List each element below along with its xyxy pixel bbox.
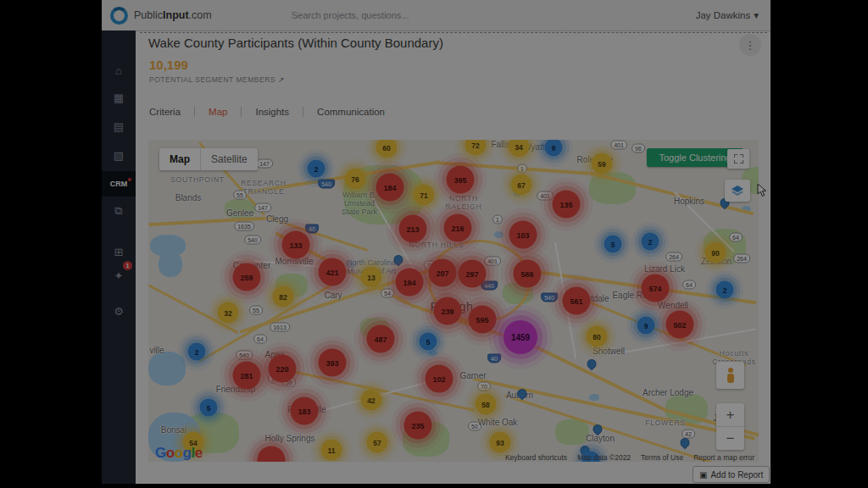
road-shield: 264 xyxy=(733,254,750,263)
attribution-link[interactable]: Keyboard shortcuts xyxy=(505,453,567,462)
cluster-marker[interactable]: 566 xyxy=(514,260,542,288)
cluster-marker[interactable]: 395 xyxy=(447,166,475,194)
add-to-report-button[interactable]: ▣ Add to Report xyxy=(693,466,770,483)
cluster-marker[interactable]: 502 xyxy=(666,311,694,339)
sidebar-item-documents[interactable]: ▤ xyxy=(102,115,136,137)
sidebar-item-magic[interactable]: ✦1 xyxy=(102,264,136,286)
cluster-marker[interactable]: 297 xyxy=(459,260,487,288)
more-options-button[interactable]: ⋮ xyxy=(739,34,761,56)
map-label: Wendell xyxy=(658,301,688,310)
cluster-marker[interactable]: 90 xyxy=(705,242,726,263)
cluster-marker[interactable]: 34 xyxy=(509,140,530,158)
tab-insights[interactable]: Insights xyxy=(255,107,289,117)
attribution-link[interactable]: Report a map error xyxy=(693,453,754,462)
tab-criteria[interactable]: Criteria xyxy=(149,107,181,117)
cluster-marker[interactable]: 135 xyxy=(553,191,581,219)
layers-button[interactable] xyxy=(725,180,750,202)
cluster-marker[interactable]: 42 xyxy=(361,390,382,411)
cluster-marker[interactable]: 2 xyxy=(716,281,734,299)
cluster-marker[interactable]: 2 xyxy=(642,233,659,251)
cluster-marker[interactable]: 57 xyxy=(367,432,388,453)
cluster-marker[interactable]: 80 xyxy=(587,326,608,347)
zoom-in-button[interactable]: + xyxy=(716,403,744,427)
sidebar-item-crm[interactable]: CRM xyxy=(102,171,136,197)
road-shield: 64 xyxy=(253,335,267,344)
cluster-marker[interactable]: 239 xyxy=(434,297,462,325)
cluster-marker[interactable]: 184 xyxy=(376,174,404,202)
cluster-marker[interactable]: 32 xyxy=(218,302,239,324)
publicinput-logo-icon[interactable] xyxy=(110,7,128,25)
cluster-marker[interactable]: 93 xyxy=(490,432,511,453)
cluster-marker[interactable]: 72 xyxy=(465,140,487,156)
search-input[interactable] xyxy=(290,9,463,21)
cluster-marker[interactable]: 103 xyxy=(509,221,537,249)
cluster-marker[interactable]: 2 xyxy=(308,160,326,178)
sidebar-item-copy[interactable]: ⧉ xyxy=(102,200,136,222)
cluster-marker[interactable]: 58 xyxy=(476,394,497,415)
cluster-marker[interactable]: 5 xyxy=(200,399,218,417)
cluster-marker[interactable]: 281 xyxy=(233,362,261,390)
attribution-link[interactable]: Terms of Use xyxy=(641,453,683,462)
map-type-satellite-button[interactable]: Satellite xyxy=(201,148,258,170)
map-label: Falls xyxy=(491,140,509,149)
cluster-marker[interactable]: 60 xyxy=(376,140,398,158)
cluster-marker[interactable]: 102 xyxy=(426,365,453,393)
cluster-marker[interactable]: 220 xyxy=(269,355,297,383)
sidebar-item-news[interactable]: ⊞ xyxy=(102,241,136,263)
tab-map[interactable]: Map xyxy=(209,107,227,117)
crm-alert-dot xyxy=(128,178,131,181)
zoom-out-button[interactable]: − xyxy=(716,427,744,450)
road-shield: 540 xyxy=(541,293,558,302)
map-label: Clegg xyxy=(266,214,288,224)
cluster-marker[interactable]: 487 xyxy=(367,325,395,353)
cluster-marker[interactable]: 5 xyxy=(420,333,437,351)
cluster-marker[interactable]: 67 xyxy=(511,175,532,196)
sidebar-item-home[interactable]: ⌂ xyxy=(102,59,136,81)
map-canvas[interactable]: Map Satellite Toggle Clustering + − Goog… xyxy=(148,140,759,462)
cluster-marker[interactable]: 574 xyxy=(642,274,670,302)
cluster-marker[interactable]: 9 xyxy=(637,317,655,335)
cluster-marker[interactable]: 194 xyxy=(396,269,424,297)
map-pin[interactable] xyxy=(585,358,598,371)
cluster-marker[interactable]: 207 xyxy=(429,259,457,287)
cluster-marker[interactable]: 235 xyxy=(404,412,432,440)
user-menu[interactable]: Jay Dawkins ▾ xyxy=(696,9,759,21)
brand-wordmark[interactable]: PublicInput.com xyxy=(134,9,212,21)
cluster-marker[interactable]: 393 xyxy=(319,349,347,377)
cluster-marker[interactable]: 13 xyxy=(361,267,382,288)
cluster-marker[interactable]: 5 xyxy=(604,236,622,253)
fullscreen-icon xyxy=(734,154,743,164)
cluster-marker[interactable] xyxy=(258,446,286,463)
dashed-divider xyxy=(140,32,767,33)
google-logo[interactable]: Google xyxy=(155,445,203,462)
cluster-marker[interactable]: 82 xyxy=(273,286,294,308)
road-shield: 55 xyxy=(249,306,263,315)
pegman-button[interactable] xyxy=(716,362,744,389)
attribution-link[interactable]: Map data ©2022 xyxy=(577,453,631,462)
cluster-marker[interactable]: 2 xyxy=(188,343,206,361)
cluster-marker[interactable]: 1459 xyxy=(504,320,537,354)
cluster-marker[interactable]: 216 xyxy=(444,214,472,242)
sidebar-item-reports[interactable]: ▧ xyxy=(102,144,136,166)
sidebar-item-calendar[interactable]: ▦ xyxy=(102,86,136,108)
cluster-marker[interactable]: 11 xyxy=(321,440,342,461)
cluster-marker[interactable]: 595 xyxy=(469,306,497,334)
cluster-marker[interactable]: 421 xyxy=(319,258,347,286)
fullscreen-button[interactable] xyxy=(727,149,749,169)
cluster-marker[interactable]: 71 xyxy=(414,185,435,206)
external-link-icon[interactable]: ↗ xyxy=(278,75,285,84)
map-type-map-button[interactable]: Map xyxy=(159,148,201,170)
cluster-marker[interactable]: 561 xyxy=(563,287,591,315)
sidebar-item-settings[interactable]: ⚙ xyxy=(102,300,136,322)
cluster-marker[interactable]: 133 xyxy=(282,231,310,259)
road-shield: 54 xyxy=(381,289,394,298)
cluster-marker[interactable]: 213 xyxy=(399,215,427,243)
cluster-marker[interactable]: 9 xyxy=(545,140,563,157)
cluster-marker[interactable]: 76 xyxy=(345,169,366,190)
cluster-marker[interactable]: 183 xyxy=(291,397,319,425)
zoom-control: + − xyxy=(716,403,744,450)
road-shield: 1 xyxy=(517,164,527,174)
tab-communication[interactable]: Communication xyxy=(317,107,385,117)
cluster-marker[interactable]: 59 xyxy=(592,153,613,175)
cluster-marker[interactable]: 259 xyxy=(233,263,261,291)
